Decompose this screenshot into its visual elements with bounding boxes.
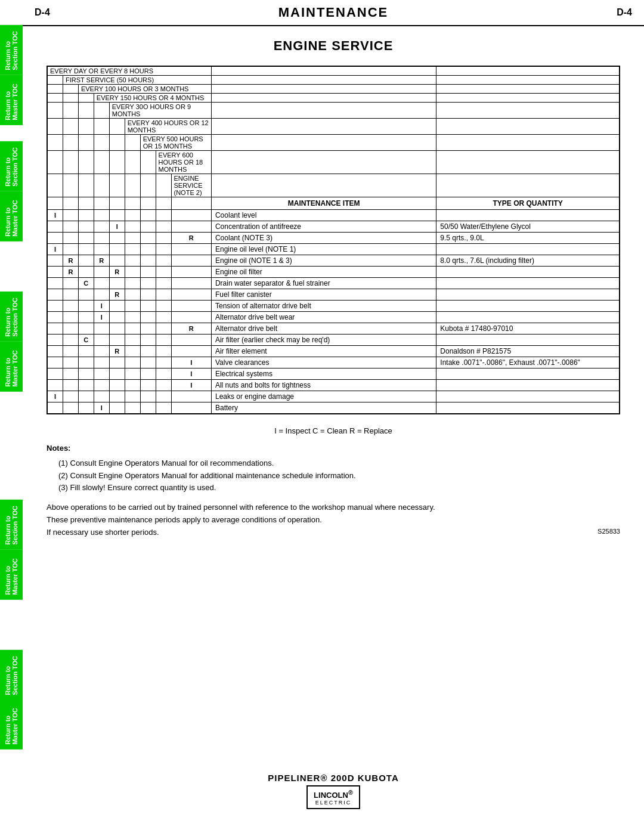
marker-cell (78, 391, 94, 402)
maintenance-item-cell: Battery (211, 402, 436, 414)
marker-cell (171, 244, 211, 255)
footer-logo: LINCOLN® ELECTRIC (306, 785, 360, 809)
marker-cell: I (94, 301, 109, 312)
marker-cell: R (171, 233, 211, 244)
type-quantity-cell (436, 244, 620, 255)
sidebar-tab[interactable]: Return to Master TOC (0, 342, 23, 392)
marker-cell (48, 233, 63, 244)
maintenance-item-cell: Engine oil (NOTE 1 & 3) (211, 255, 436, 267)
marker-cell (140, 357, 156, 368)
marker-cell (109, 357, 125, 368)
sidebar-tab[interactable]: Return to Section TOC (0, 650, 23, 700)
marker-cell (109, 312, 125, 323)
marker-cell: I (94, 402, 109, 414)
sidebar-tab[interactable]: Return to Section TOC (0, 141, 23, 191)
marker-cell (48, 335, 63, 346)
type-quantity-cell (436, 289, 620, 301)
interval-header-row: EVERY 100 HOURS OR 3 MONTHS (48, 85, 620, 94)
type-quantity-cell (436, 301, 620, 312)
marker-cell (94, 323, 109, 335)
notes-section: Notes: (1) Consult Engine Operators Manu… (47, 442, 620, 494)
marker-cell (48, 323, 63, 335)
disclaimer-line: Above operations to be carried out by tr… (47, 501, 620, 514)
marker-cell (171, 335, 211, 346)
interval-header-row: EVERY DAY OR EVERY 8 HOURS (48, 67, 620, 76)
marker-cell: I (109, 221, 125, 233)
marker-cell (171, 391, 211, 402)
table-row: ILeaks or engine damage (48, 391, 620, 402)
marker-cell (140, 402, 156, 414)
marker-cell (63, 323, 78, 335)
legend: I = Inspect C = Clean R = Replace (47, 426, 620, 435)
marker-cell (78, 323, 94, 335)
marker-cell (171, 312, 211, 323)
marker-cell (125, 221, 140, 233)
table-row: CAir filter (earlier check may be req'd) (48, 335, 620, 346)
marker-cell (109, 278, 125, 289)
marker-cell: I (94, 312, 109, 323)
maintenance-item-cell: Air filter element (211, 346, 436, 357)
marker-cell: I (48, 210, 63, 221)
marker-cell (125, 255, 140, 267)
maintenance-item-cell: Tension of alternator drive belt (211, 301, 436, 312)
page-header: D-4 MAINTENANCE D-4 (23, 0, 644, 26)
marker-cell (125, 244, 140, 255)
marker-cell (63, 221, 78, 233)
maintenance-item-cell: Engine oil filter (211, 267, 436, 278)
marker-cell (78, 368, 94, 380)
disclaimer-text: Above operations to be carried out by tr… (47, 501, 620, 538)
marker-cell (140, 301, 156, 312)
type-quantity-cell (436, 312, 620, 323)
type-quantity-cell: Kubota # 17480-97010 (436, 323, 620, 335)
marker-cell (171, 255, 211, 267)
type-quantity-cell: 50/50 Water/Ethylene Glycol (436, 221, 620, 233)
marker-cell (63, 289, 78, 301)
sidebar-tab[interactable]: Return to Master TOC (0, 550, 23, 600)
marker-cell (140, 221, 156, 233)
sidebar-tab[interactable]: Return to Master TOC (0, 191, 23, 241)
marker-cell (94, 233, 109, 244)
marker-cell (78, 267, 94, 278)
marker-cell (140, 210, 156, 221)
marker-cell (140, 278, 156, 289)
marker-cell (78, 210, 94, 221)
table-row: RAlternator drive beltKubota # 17480-970… (48, 323, 620, 335)
marker-cell (78, 233, 94, 244)
type-quantity-cell (436, 210, 620, 221)
marker-cell (94, 221, 109, 233)
marker-cell (125, 368, 140, 380)
notes-title: Notes: (47, 442, 620, 455)
sidebar-tab[interactable]: Return to Master TOC (0, 75, 23, 125)
marker-cell (63, 278, 78, 289)
marker-cell (109, 255, 125, 267)
marker-cell (125, 323, 140, 335)
marker-cell (125, 312, 140, 323)
sidebar-tab[interactable]: Return to Section TOC (0, 500, 23, 550)
sidebar-tab[interactable]: Return to Section TOC (0, 25, 23, 75)
maintenance-item-cell: Fuel filter canister (211, 289, 436, 301)
marker-cell (48, 346, 63, 357)
sidebar-tab[interactable]: Return to Master TOC (0, 699, 23, 750)
marker-cell (48, 289, 63, 301)
maintenance-item-cell: Electrical systems (211, 368, 436, 380)
marker-cell (171, 402, 211, 414)
marker-cell (140, 335, 156, 346)
marker-cell (109, 244, 125, 255)
marker-cell: R (63, 267, 78, 278)
marker-cell (156, 312, 171, 323)
marker-cell (63, 233, 78, 244)
maintenance-item-cell: Air filter (earlier check may be req'd) (211, 335, 436, 346)
marker-cell (156, 335, 171, 346)
marker-cell (140, 244, 156, 255)
table-row: CDrain water separator & fuel strainer (48, 278, 620, 289)
marker-cell (171, 221, 211, 233)
disclaimer-line: These preventive maintenance periods app… (47, 514, 620, 527)
marker-cell (94, 335, 109, 346)
type-quantity-cell (436, 278, 620, 289)
disclaimer-line: If necessary use shorter periods.S25833 (47, 527, 620, 539)
maintenance-item-cell: Alternator drive belt (211, 323, 436, 335)
sidebar-tab[interactable]: Return to Section TOC (0, 292, 23, 342)
marker-cell (125, 335, 140, 346)
marker-cell (156, 323, 171, 335)
marker-cell (156, 221, 171, 233)
